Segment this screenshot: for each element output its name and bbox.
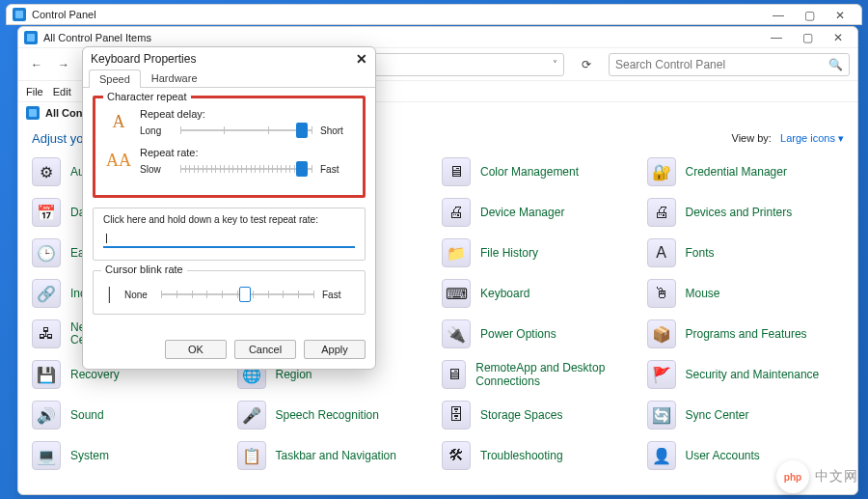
apply-button[interactable]: Apply [304,340,366,359]
control-panel-item[interactable]: 🖱Mouse [647,279,845,308]
nav-forward-button[interactable]: → [53,54,74,75]
item-label: RemoteApp and Desktop Connections [475,361,638,388]
slider-thumb[interactable] [296,123,308,138]
item-icon: 🚩 [647,360,676,389]
menu-edit[interactable]: Edit [53,86,71,97]
item-icon: 🔊 [32,401,61,430]
control-panel-item[interactable]: 🔌Power Options [442,319,639,348]
repeat-delay-label: Repeat delay: [140,108,353,120]
window-second-titlebar: All Control Panel Items — ▢ ✕ [18,27,857,48]
control-panel-item[interactable]: 🖥Color Management [442,157,639,186]
item-label: Devices and Printers [686,206,793,219]
item-label: Color Management [480,165,579,179]
control-panel-item[interactable]: 🔐Credential Manager [647,157,845,186]
cancel-button[interactable]: Cancel [234,340,296,359]
control-panel-item[interactable]: 🔄Sync Center [647,401,845,430]
maximize-button[interactable]: ▢ [794,5,825,26]
repeat-delay-max: Short [320,125,353,136]
tab-speed[interactable]: Speed [89,69,141,88]
item-label: Taskbar and Navigation [276,449,396,462]
control-panel-item[interactable]: 🖥RemoteApp and Desktop Connections [442,360,639,389]
slider-thumb[interactable] [296,161,308,177]
control-panel-item[interactable]: 🎤Speech Recognition [237,401,435,430]
ok-button[interactable]: OK [165,340,227,359]
item-icon: 📦 [647,319,676,348]
item-icon: ⚙ [32,157,61,186]
item-icon: 🕒 [32,238,61,267]
window-outer-titlebar: Control Panel — ▢ ✕ [6,4,862,25]
dialog-title: Keyboard Properties [91,52,196,66]
item-label: Device Manager [480,206,564,219]
item-icon: 📋 [237,441,266,470]
control-panel-icon [24,31,38,44]
item-label: Speech Recognition [276,408,379,422]
control-panel-item[interactable]: 🖨Device Manager [442,198,639,227]
item-label: Credential Manager [686,165,787,179]
repeat-rate-icon: AA [105,147,132,174]
maximize-button[interactable]: ▢ [792,27,823,48]
search-placeholder: Search Control Panel [615,58,828,71]
control-panel-item[interactable]: 📦Programs and Features [647,319,845,348]
control-panel-item[interactable]: 🖨Devices and Printers [647,198,845,227]
item-label: Fonts [686,246,715,260]
close-button[interactable]: ✕ [825,5,855,26]
blink-min: None [124,290,153,300]
tab-hardware[interactable]: Hardware [141,69,208,87]
slider-thumb[interactable] [239,287,251,302]
item-icon: 🔗 [32,279,61,308]
item-icon: 🔐 [647,157,676,186]
minimize-button[interactable]: — [763,5,794,26]
keyboard-properties-dialog: Keyboard Properties ✕ Speed Hardware Cha… [82,46,376,370]
watermark-logo: php [776,460,809,493]
search-input[interactable]: Search Control Panel 🔍 [609,53,850,76]
repeat-rate-label: Repeat rate: [140,147,353,158]
control-panel-item[interactable]: 📁File History [442,238,639,267]
watermark-text: 中文网 [815,468,858,485]
repeat-delay-slider[interactable] [180,124,312,137]
item-label: Keyboard [480,287,529,300]
control-panel-item[interactable]: AFonts [647,238,845,267]
refresh-button[interactable]: ⟳ [576,58,597,71]
menu-file[interactable]: File [26,86,43,97]
item-icon: 📁 [442,238,471,267]
item-label: Recovery [70,368,120,381]
dialog-close-button[interactable]: ✕ [356,51,367,67]
control-panel-item[interactable]: 🚩Security and Maintenance [647,360,845,389]
item-label: Programs and Features [686,327,807,341]
item-icon: 🖧 [32,319,61,348]
item-icon: ⌨ [442,279,471,308]
control-panel-item[interactable]: 🔊Sound [32,401,230,430]
nav-back-button[interactable]: ← [26,54,47,75]
item-label: Storage Spaces [480,408,562,422]
control-panel-item[interactable]: 🛠Troubleshooting [442,441,639,470]
item-icon: 📅 [32,198,61,227]
view-by-dropdown[interactable]: Large icons ▾ [780,132,844,144]
page-title: Adjust yo [32,131,83,146]
control-panel-icon [26,106,40,120]
item-icon: A [647,238,676,267]
item-icon: 👤 [647,441,676,470]
item-icon: 🎤 [237,401,266,430]
item-label: Sound [70,408,104,422]
control-panel-item[interactable]: 🗄Storage Spaces [442,401,639,430]
item-label: Region [276,368,312,381]
control-panel-item[interactable]: ⌨Keyboard [442,279,639,308]
item-icon: 💾 [32,360,61,389]
watermark: php 中文网 [776,460,858,493]
blink-rate-slider[interactable] [161,288,314,301]
control-panel-item[interactable]: 💻System [32,441,230,470]
item-icon: 🖥 [442,157,471,186]
control-panel-item[interactable]: 📋Taskbar and Navigation [237,441,435,470]
repeat-rate-slider[interactable] [180,162,312,176]
search-icon: 🔍 [828,58,843,71]
item-icon: 🖨 [647,198,676,227]
window-second-title: All Control Panel Items [43,32,151,43]
view-by: View by: Large icons ▾ [732,132,844,145]
legend-blink-rate: Cursor blink rate [101,263,187,275]
dialog-tabs: Speed Hardware [83,69,375,88]
item-label: Sync Center [686,408,749,422]
minimize-button[interactable]: — [761,27,792,48]
close-button[interactable]: ✕ [823,27,854,48]
test-repeat-input[interactable] [103,229,355,248]
item-icon: 🖨 [442,198,471,227]
